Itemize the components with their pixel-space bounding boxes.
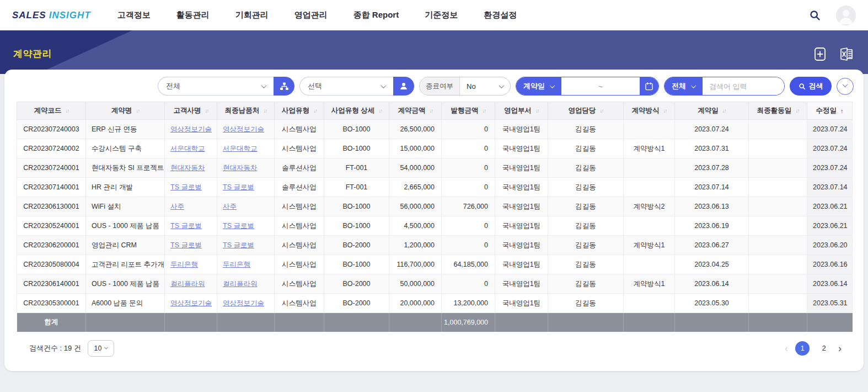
expand-filters-button[interactable] xyxy=(837,78,854,95)
column-header[interactable]: 사업유형 상세↓↑ xyxy=(324,102,389,120)
table-cell: 2023.07.24 xyxy=(675,120,749,139)
nav-item-opportunity-mgmt[interactable]: 기회관리 xyxy=(235,10,269,20)
calendar-button[interactable] xyxy=(640,77,658,95)
user-select[interactable]: 선택 xyxy=(299,77,393,96)
table-row: CR202305300001A6000 납품 문의영상정보기술영상정보기술시스템… xyxy=(17,294,853,313)
company-link[interactable]: TS 글로벌 xyxy=(170,183,202,191)
nav-item-customer-info[interactable]: 고객정보 xyxy=(117,10,151,20)
company-link[interactable]: 사주 xyxy=(223,203,237,210)
table-cell: CR202307240003 xyxy=(17,120,86,139)
page-button-1[interactable]: 1 xyxy=(795,341,810,356)
column-header[interactable]: 계약명↓↑ xyxy=(86,102,165,120)
nav-item-activity-mgmt[interactable]: 활동관리 xyxy=(176,10,210,20)
table-row: CR202307240002수강시스템 구축서운대학교서운대학교시스템사업BO-… xyxy=(17,139,853,158)
table-cell: 국내영업1팀 xyxy=(495,236,548,255)
company-link[interactable]: 영상정보기술 xyxy=(223,299,264,307)
date-range-input[interactable] xyxy=(561,77,640,95)
calendar-icon xyxy=(645,82,653,91)
column-header[interactable]: 영업담당↓↑ xyxy=(548,102,624,120)
column-header[interactable]: 계약금액↓↑ xyxy=(389,102,442,120)
nav-item-report[interactable]: 종합 Report xyxy=(353,10,399,20)
table-cell: 2023.06.27 xyxy=(675,236,749,255)
chevron-down-icon xyxy=(691,83,696,88)
table-cell: 2023.07.31 xyxy=(675,139,749,158)
column-header[interactable]: 최종활동일↓↑ xyxy=(749,102,807,120)
nav-item-base-info[interactable]: 기준정보 xyxy=(425,10,458,20)
table-cell xyxy=(749,197,807,216)
company-link[interactable]: TS 글로벌 xyxy=(223,222,254,230)
table-row: CR202306140001OUS - 1000 제품 납품컬리플라워컬리플라워… xyxy=(17,274,853,294)
company-link[interactable]: 영상정보기술 xyxy=(170,299,212,307)
prev-page-icon[interactable]: ‹ xyxy=(785,343,788,353)
table-cell: CR202307240001 xyxy=(17,158,86,178)
sort-icon: ↓↑ xyxy=(600,108,603,114)
table-cell: BO-2000 xyxy=(324,236,389,255)
org-tree-button[interactable] xyxy=(274,77,294,96)
closed-status-select[interactable]: 종료여부 No xyxy=(419,77,511,96)
column-header[interactable]: 영업부서↓↑ xyxy=(495,102,548,120)
company-link[interactable]: 컬리플라워 xyxy=(170,280,205,288)
company-link[interactable]: 현대자동차 xyxy=(170,164,205,172)
chevron-down-icon xyxy=(550,83,555,88)
table-cell: 13,200,000 xyxy=(442,294,495,313)
column-header[interactable]: 발행금액↓↑ xyxy=(442,102,495,120)
column-header[interactable]: 고객사명↓↑ xyxy=(165,102,217,120)
table-cell: ERP 신규 연동 xyxy=(86,120,165,139)
column-header[interactable]: 계약코드↓↑ xyxy=(17,102,86,120)
table-cell: 0 xyxy=(442,120,495,139)
table-cell: CR202306200001 xyxy=(17,236,86,255)
next-page-icon[interactable]: › xyxy=(838,343,842,353)
nav-item-sales-mgmt[interactable]: 영업관리 xyxy=(294,10,328,20)
company-link[interactable]: 영상정보기술 xyxy=(223,125,264,133)
company-link[interactable]: TS 글로벌 xyxy=(170,241,202,249)
company-link[interactable]: TS 글로벌 xyxy=(223,241,254,249)
nav-item-settings[interactable]: 환경설정 xyxy=(484,10,517,20)
date-type-select[interactable]: 계약일 xyxy=(516,77,561,95)
company-link[interactable]: TS 글로벌 xyxy=(170,222,202,230)
company-link[interactable]: 사주 xyxy=(170,203,184,210)
column-header[interactable]: 사업유형↓↑ xyxy=(275,102,324,120)
add-record-icon[interactable] xyxy=(814,47,826,61)
table-cell: 20,000,000 xyxy=(389,294,442,313)
page-size-select[interactable]: 10 xyxy=(88,340,114,357)
column-label: 수정일 xyxy=(816,106,837,115)
table-cell: 2023.05.30 xyxy=(675,294,749,313)
table-row: CR202306200001영업관리 CRMTS 글로벌TS 글로벌시스템사업B… xyxy=(17,236,853,255)
column-header[interactable]: 계약방식↓↑ xyxy=(624,102,675,120)
column-header[interactable]: 수정일↑ xyxy=(807,102,853,120)
company-link[interactable]: 두리은행 xyxy=(170,261,198,268)
search-field-select[interactable]: 전체 xyxy=(665,77,703,95)
user-avatar-icon[interactable] xyxy=(836,6,856,25)
company-link[interactable]: 현대자동차 xyxy=(223,164,258,172)
company-link[interactable]: 영상정보기술 xyxy=(170,125,212,133)
table-cell: 2023.06.13 xyxy=(675,197,749,216)
column-label: 계약방식 xyxy=(632,106,660,115)
table-cell: 56,000,000 xyxy=(389,197,442,216)
app-logo[interactable]: SALES INSIGHT xyxy=(12,10,91,21)
company-link[interactable]: 컬리플라워 xyxy=(223,280,258,288)
column-header[interactable]: 계약일↓↑ xyxy=(675,102,749,120)
search-keyword-input[interactable] xyxy=(703,77,784,95)
footer-cell xyxy=(548,313,624,332)
search-button[interactable]: 검색 xyxy=(790,77,832,96)
table-cell: 영상정보기술 xyxy=(165,294,217,313)
search-icon[interactable] xyxy=(809,9,821,21)
table-cell xyxy=(749,120,807,139)
company-link[interactable]: TS 글로벌 xyxy=(223,183,254,191)
column-header-inner: 영업담당↓↑ xyxy=(548,106,623,115)
user-picker-button[interactable] xyxy=(393,77,414,96)
table-cell: 2023.06.16 xyxy=(807,255,853,274)
table-cell: 0 xyxy=(442,158,495,178)
company-link[interactable]: 서운대학교 xyxy=(170,145,205,152)
footer-cell xyxy=(217,313,275,332)
excel-export-icon[interactable] xyxy=(839,47,854,61)
department-select[interactable]: 전체 xyxy=(158,77,274,96)
table-cell: 솔루션사업 xyxy=(275,178,324,197)
company-link[interactable]: 두리은행 xyxy=(223,261,250,268)
table-cell: TS 글로벌 xyxy=(165,216,217,236)
column-label: 영업부서 xyxy=(504,106,532,115)
table-cell: 0 xyxy=(442,139,495,158)
column-header[interactable]: 최종납품처↓↑ xyxy=(217,102,275,120)
page-button-2[interactable]: 2 xyxy=(817,341,831,356)
company-link[interactable]: 서운대학교 xyxy=(223,145,258,152)
